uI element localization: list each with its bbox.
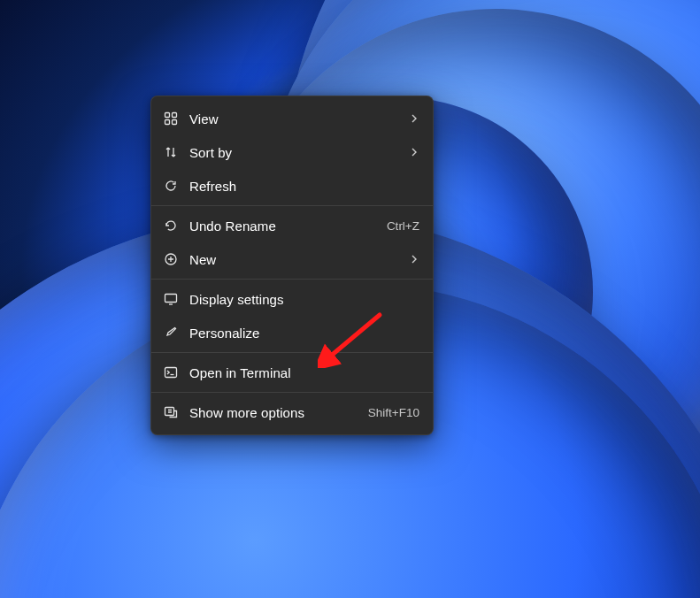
menu-item-label: Display settings bbox=[189, 292, 419, 307]
terminal-icon bbox=[163, 364, 179, 380]
desktop-context-menu: View Sort by Refresh bbox=[150, 96, 434, 435]
paintbrush-icon bbox=[163, 325, 179, 341]
menu-group: Undo Rename Ctrl+Z New bbox=[156, 208, 428, 277]
chevron-right-icon bbox=[409, 114, 419, 123]
more-options-icon bbox=[163, 404, 179, 420]
svg-rect-6 bbox=[165, 368, 177, 378]
menu-item-label: Refresh bbox=[189, 179, 419, 194]
svg-rect-0 bbox=[165, 113, 170, 118]
display-icon bbox=[163, 291, 179, 307]
svg-rect-5 bbox=[165, 295, 177, 303]
svg-rect-7 bbox=[165, 408, 174, 416]
undo-icon bbox=[163, 218, 179, 234]
menu-item-display-settings[interactable]: Display settings bbox=[156, 282, 428, 316]
menu-divider bbox=[151, 352, 433, 353]
menu-item-new[interactable]: New bbox=[156, 242, 428, 276]
menu-item-label: Open in Terminal bbox=[189, 365, 419, 380]
menu-item-personalize[interactable]: Personalize bbox=[156, 316, 428, 349]
chevron-right-icon bbox=[409, 255, 419, 264]
menu-item-label: Undo Rename bbox=[189, 218, 378, 234]
chevron-right-icon bbox=[409, 148, 419, 157]
svg-rect-1 bbox=[173, 113, 177, 118]
menu-item-undo-rename[interactable]: Undo Rename Ctrl+Z bbox=[156, 209, 428, 242]
menu-group: Display settings Personalize bbox=[156, 281, 428, 350]
menu-item-label: View bbox=[189, 111, 409, 126]
menu-item-open-in-terminal[interactable]: Open in Terminal bbox=[156, 356, 428, 389]
menu-item-shortcut: Ctrl+Z bbox=[387, 219, 419, 233]
menu-item-show-more-options[interactable]: Show more options Shift+F10 bbox=[156, 395, 428, 429]
menu-item-view[interactable]: View bbox=[156, 102, 428, 135]
menu-group: Show more options Shift+F10 bbox=[156, 395, 428, 430]
menu-item-label: Sort by bbox=[189, 145, 409, 160]
menu-item-label: Personalize bbox=[189, 326, 419, 341]
plus-circle-icon bbox=[163, 251, 179, 267]
menu-divider bbox=[151, 392, 433, 393]
svg-rect-3 bbox=[173, 120, 177, 125]
sort-icon bbox=[163, 144, 179, 160]
menu-group: View Sort by Refresh bbox=[156, 101, 428, 203]
svg-rect-2 bbox=[165, 120, 170, 125]
menu-item-label: New bbox=[189, 252, 409, 267]
menu-divider bbox=[151, 205, 433, 206]
menu-item-label: Show more options bbox=[189, 405, 359, 420]
menu-item-refresh[interactable]: Refresh bbox=[156, 169, 428, 203]
menu-item-sort-by[interactable]: Sort by bbox=[156, 135, 428, 169]
menu-divider bbox=[151, 279, 433, 280]
grid-icon bbox=[163, 111, 179, 126]
refresh-icon bbox=[163, 178, 179, 194]
menu-item-shortcut: Shift+F10 bbox=[368, 406, 419, 419]
menu-group: Open in Terminal bbox=[156, 355, 428, 390]
